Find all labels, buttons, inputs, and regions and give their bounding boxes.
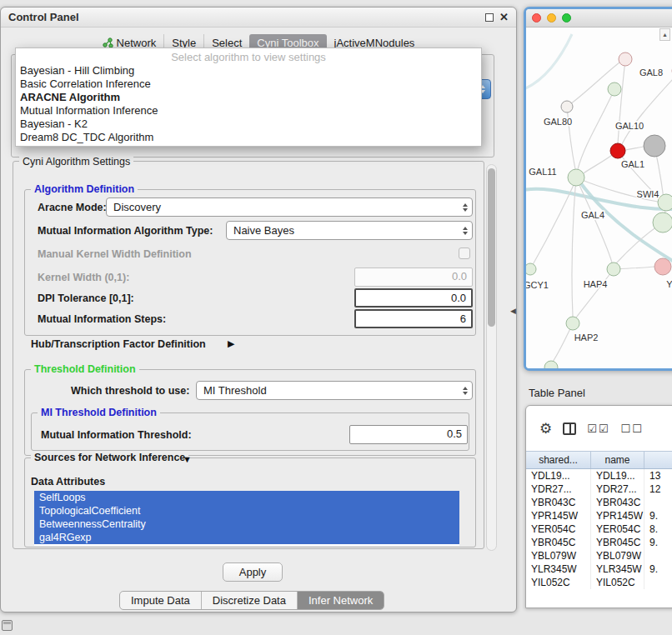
tab-discretize-data[interactable]: Discretize Data <box>201 592 297 609</box>
network-node[interactable] <box>619 52 632 66</box>
mi-type-combobox[interactable]: Naive Bayes <box>226 221 473 240</box>
sources-title: Sources for Network Inference <box>31 452 188 463</box>
close-traffic-light-icon[interactable] <box>532 13 541 22</box>
column-header-name[interactable]: name <box>591 452 644 468</box>
menu-item[interactable]: Dream8 DC_TDC Algorithm <box>16 131 481 144</box>
apply-button[interactable]: Apply <box>223 562 283 582</box>
select-all-checkboxes-icon[interactable]: ☑☑ <box>587 422 609 435</box>
table-row[interactable]: YBR043C YBR043C <box>526 496 672 509</box>
minimize-traffic-light-icon[interactable] <box>547 13 556 22</box>
list-item[interactable]: BetweennessCentrality <box>34 518 459 531</box>
table-cell: YBR045C <box>526 536 591 549</box>
table-cell: 8. <box>644 522 672 536</box>
list-item[interactable]: gal4RGexp <box>34 531 459 544</box>
minimized-panel-icon[interactable] <box>2 620 13 631</box>
network-node[interactable] <box>561 101 573 112</box>
which-threshold-combobox[interactable]: MI Threshold <box>196 381 473 400</box>
gear-icon[interactable]: ⚙ <box>539 420 552 438</box>
node-label: GAL80 <box>544 117 572 127</box>
column-header-extra[interactable] <box>644 452 672 468</box>
threshold-definition-title: Threshold Definition <box>31 363 139 375</box>
network-icon <box>103 38 113 48</box>
table-row[interactable]: YPR145W YPR145W 9. <box>526 509 672 522</box>
data-attributes-label: Data Attributes <box>31 476 105 488</box>
node-label: SWI4 <box>637 189 659 199</box>
settings-scrollbar[interactable] <box>486 164 497 551</box>
table-panel-title: Table Panel <box>529 387 585 399</box>
network-node[interactable] <box>544 361 558 368</box>
network-node[interactable] <box>607 262 620 276</box>
network-canvas[interactable]: GAL8 GAL80 GAL10 GAL11 GAL1 SWI4 GAL4 GC… <box>526 28 672 368</box>
columns-icon[interactable] <box>563 422 576 435</box>
table-row[interactable]: YBL079W YBL079W <box>526 549 672 562</box>
dpi-tolerance-field[interactable]: 0.0 <box>354 288 473 308</box>
control-panel-titlebar[interactable]: Control Panel ✕ <box>1 8 516 28</box>
table-row[interactable]: YER054C YER054C 8. <box>526 522 672 536</box>
tab-infer-network[interactable]: Infer Network <box>297 592 384 609</box>
list-item[interactable]: TopologicalCoefficient <box>34 504 459 518</box>
manual-kernel-label: Manual Kernel Width Definition <box>38 248 192 260</box>
data-attributes-list: SelfLoops TopologicalCoefficient Between… <box>34 491 459 546</box>
node-label: Y <box>666 279 672 289</box>
network-window-titlebar[interactable] <box>526 9 672 28</box>
node-label: HAP2 <box>574 332 599 342</box>
table-cell: YBL079W <box>591 549 644 562</box>
aracne-mode-combobox[interactable]: Discovery <box>106 198 473 217</box>
table-cell <box>644 549 672 562</box>
tab-impute-data[interactable]: Impute Data <box>120 592 201 609</box>
table-cell: YDL19... <box>526 469 591 482</box>
scrollbar-thumb[interactable] <box>488 168 495 327</box>
node-label: GAL11 <box>529 167 556 177</box>
mi-threshold-field[interactable]: 0.5 <box>349 425 468 444</box>
network-node[interactable] <box>526 263 536 275</box>
table-row[interactable]: YBR045C YBR045C 9. <box>526 536 672 549</box>
network-node[interactable] <box>654 258 671 275</box>
zoom-traffic-light-icon[interactable] <box>562 13 571 22</box>
table-cell: 9. <box>644 562 672 576</box>
table-cell: YLR345W <box>526 562 591 576</box>
network-node[interactable] <box>658 194 672 211</box>
node-label: GAL4 <box>581 210 604 220</box>
mi-threshold-label: Mutual Information Threshold: <box>41 429 192 441</box>
network-node[interactable] <box>568 169 584 186</box>
mi-steps-field[interactable]: 6 <box>354 309 473 328</box>
network-node-gray[interactable] <box>644 135 665 157</box>
network-node[interactable] <box>608 82 621 96</box>
table-cell <box>644 496 672 509</box>
table-row[interactable]: YIL052C YIL052C <box>526 576 672 589</box>
table-cell: YPR145W <box>591 509 644 522</box>
list-item[interactable]: SelfLoops <box>34 491 459 504</box>
close-icon[interactable]: ✕ <box>499 13 509 22</box>
menu-item[interactable]: Basic Correlation Inference <box>16 78 481 91</box>
menu-item-selected[interactable]: ARACNE Algorithm <box>16 91 481 104</box>
table-row[interactable]: YDR27... YDR27... 12 <box>526 482 672 496</box>
splitter-collapse-icon[interactable]: ◀ <box>510 307 516 315</box>
menu-item[interactable]: Bayesian - K2 <box>16 118 481 131</box>
combo-arrows-icon <box>463 227 468 235</box>
table-cell: YIL052C <box>591 576 644 589</box>
deselect-all-checkboxes-icon[interactable]: ☐☐ <box>621 422 644 435</box>
dpi-tolerance-label: DPI Tolerance [0,1]: <box>38 292 134 304</box>
table-cell: YBL079W <box>526 549 591 562</box>
collapse-right-icon[interactable]: ▶ <box>228 338 234 349</box>
network-scrollbar-up-button[interactable]: ▲ <box>659 28 670 41</box>
mi-steps-label: Mutual Information Steps: <box>38 313 166 325</box>
menu-item[interactable]: Mutual Information Inference <box>16 104 481 118</box>
network-node-red[interactable] <box>610 143 625 158</box>
table-row[interactable]: YDL19... YDL19... 13 <box>526 469 672 482</box>
node-label: GAL8 <box>639 68 663 78</box>
float-window-icon[interactable] <box>485 13 494 22</box>
hub-section-label: Hub/Transcription Factor Definition <box>31 338 206 350</box>
kernel-width-field[interactable]: 0.0 <box>354 268 473 287</box>
manual-kernel-checkbox[interactable] <box>459 248 470 259</box>
column-header-shared[interactable]: shared... <box>526 452 591 468</box>
kernel-width-label: Kernel Width (0,1): <box>38 272 129 283</box>
table-row[interactable]: YLR345W YLR345W 9. <box>526 562 672 576</box>
menu-item[interactable]: Bayesian - Hill Climbing <box>16 64 481 78</box>
table-toolbar: ⚙ ☑☑ ☐☐ <box>526 406 672 451</box>
network-view-window[interactable]: GAL8 GAL80 GAL10 GAL11 GAL1 SWI4 GAL4 GC… <box>524 7 672 371</box>
collapse-down-icon[interactable]: ▼ <box>183 454 192 464</box>
which-threshold-value: MI Threshold <box>203 384 267 397</box>
network-node[interactable] <box>566 317 579 330</box>
network-node[interactable] <box>653 212 672 232</box>
